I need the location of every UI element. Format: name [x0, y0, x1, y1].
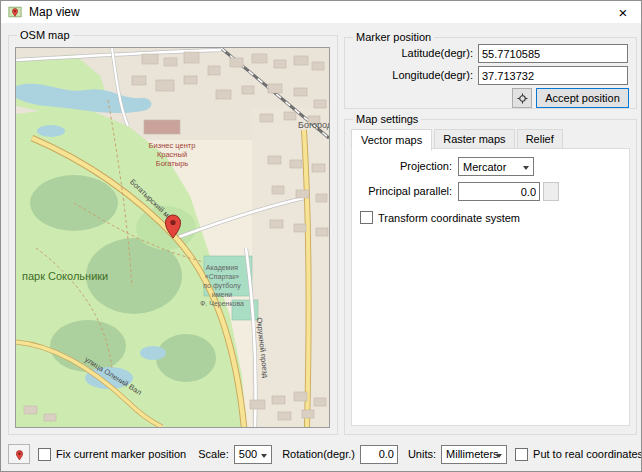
titlebar: Map view × — [1, 1, 641, 24]
rotation-label: Rotation(degr.) — [282, 448, 355, 460]
map-label-district: Богородское — [298, 120, 329, 130]
latitude-label: Latitude(degr): — [345, 44, 473, 63]
map-label-business-2: Красный — [157, 150, 187, 159]
chevron-down-icon — [523, 166, 529, 170]
map-label-academy-5: Ф. Черенкова — [200, 300, 244, 308]
principal-parallel-input[interactable] — [458, 182, 540, 201]
transform-coordinate-checkbox[interactable]: Transform coordinate system — [360, 211, 520, 224]
longitude-input[interactable] — [478, 66, 628, 85]
transform-coordinate-checkbox-label: Transform coordinate system — [378, 212, 520, 224]
center-marker-icon — [517, 93, 528, 104]
units-label: Units: — [408, 448, 436, 460]
units-combobox[interactable]: Millimeters — [441, 445, 507, 464]
scale-value: 500 — [239, 448, 257, 460]
map-label-business-3: Богатырь — [156, 159, 189, 168]
map-label-academy-4: имени — [212, 291, 232, 298]
transform-coordinate-checkbox-box — [360, 211, 373, 224]
osm-map-canvas[interactable]: парк Сокольники Богородское Бизнес центр… — [15, 47, 330, 428]
map-label-park: парк Сокольники — [22, 270, 108, 282]
longitude-label: Longitude(degr): — [345, 66, 473, 85]
real-coordinates-checkbox-label: Put to real coordinates — [533, 448, 642, 460]
scale-combobox[interactable]: 500 — [234, 445, 272, 464]
real-coordinates-checkbox[interactable]: Put to real coordinates — [515, 448, 642, 461]
rotation-input[interactable] — [360, 445, 398, 464]
map-label-academy-2: «Спартак» — [205, 273, 239, 281]
chevron-down-icon — [261, 454, 267, 458]
map-label-academy-1: Академия — [206, 264, 238, 272]
close-button[interactable]: × — [605, 1, 641, 24]
marker-position-group-label: Marker position — [353, 30, 434, 44]
map-settings-group-label: Map settings — [353, 112, 421, 126]
real-coordinates-checkbox-box — [515, 448, 528, 461]
map-settings-group: Map settings Vector maps Raster maps Rel… — [344, 119, 637, 435]
marker-position-group: Marker position Latitude(degr): Longitud… — [344, 37, 637, 109]
osm-map-group-label: OSM map — [17, 28, 73, 42]
tab-raster-maps[interactable]: Raster maps — [434, 129, 514, 149]
fix-marker-checkbox-box — [38, 448, 51, 461]
tab-vector-maps[interactable]: Vector maps — [351, 129, 432, 151]
fix-marker-checkbox-label: Fix current marker position — [56, 448, 186, 460]
marker-tool-button[interactable] — [8, 444, 30, 464]
map-label-business-1: Бизнес центр — [149, 141, 196, 150]
projection-value: Mercator — [463, 161, 506, 173]
osm-map-svg: парк Сокольники Богородское Бизнес центр… — [16, 48, 329, 427]
fix-marker-checkbox[interactable]: Fix current marker position — [38, 448, 186, 461]
principal-parallel-label: Principal parallel: — [352, 182, 452, 201]
scale-label: Scale: — [198, 448, 229, 460]
window-icon — [8, 5, 22, 19]
projection-label: Projection: — [352, 157, 452, 176]
accept-position-button[interactable]: Accept position — [536, 88, 629, 108]
marker-pin-icon — [14, 448, 25, 461]
projection-combobox[interactable]: Mercator — [458, 157, 534, 176]
latitude-input[interactable] — [478, 44, 628, 63]
map-label-academy-3: по футболу — [203, 282, 241, 290]
map-urban-east — [252, 108, 329, 427]
window-title: Map view — [29, 5, 80, 19]
osm-map-group: OSM map — [8, 35, 338, 435]
tab-relief[interactable]: Relief — [517, 129, 563, 149]
center-marker-button[interactable] — [512, 88, 532, 108]
map-settings-tabstrip: Vector maps Raster maps Relief — [351, 128, 562, 150]
principal-parallel-side-button[interactable] — [543, 182, 559, 201]
units-value: Millimeters — [446, 448, 499, 460]
close-icon: × — [619, 4, 628, 21]
map-view-dialog: Map view × OSM map — [0, 0, 642, 472]
chevron-down-icon — [496, 454, 502, 458]
vector-maps-tabpage: Projection: Mercator Principal parallel:… — [351, 148, 630, 426]
bottom-bar: Fix current marker position Scale: 500 R… — [8, 444, 636, 464]
